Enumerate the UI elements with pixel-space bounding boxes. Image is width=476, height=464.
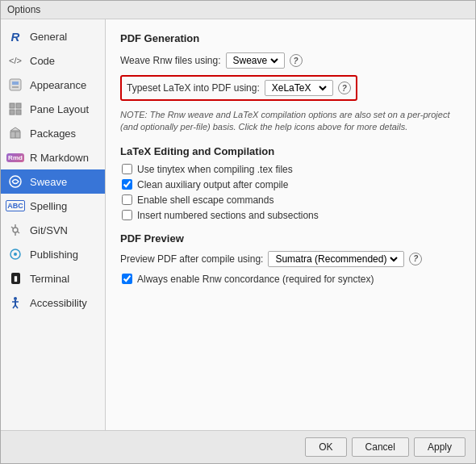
- sidebar: R General </> Code Appearance: [1, 19, 106, 430]
- git-icon: [7, 222, 23, 238]
- weave-select[interactable]: Sweave knitr: [230, 54, 281, 67]
- typeset-help-icon[interactable]: ?: [338, 82, 351, 94]
- clean-aux-row: Clean auxiliary output after compile: [120, 179, 461, 190]
- typeset-label: Typeset LaTeX into PDF using:: [127, 82, 260, 94]
- latex-editing-title: LaTeX Editing and Compilation: [120, 145, 461, 157]
- svg-line-22: [15, 305, 18, 308]
- pane-layout-icon: [7, 101, 23, 117]
- sidebar-item-spelling[interactable]: ABC Spelling: [1, 194, 105, 218]
- numbered-sections-row: Insert numbered sections and subsections: [120, 210, 461, 221]
- sidebar-label-terminal: Terminal: [30, 273, 69, 285]
- publishing-icon: [7, 246, 23, 262]
- svg-line-15: [17, 232, 19, 234]
- preview-label: Preview PDF after compile using:: [120, 253, 263, 265]
- numbered-sections-checkbox[interactable]: [122, 210, 132, 220]
- svg-rect-2: [12, 86, 19, 88]
- ok-button[interactable]: OK: [305, 437, 346, 457]
- tinytex-row: Use tinytex when compiling .tex files: [120, 164, 461, 175]
- appearance-icon: [7, 77, 23, 93]
- shell-escape-label[interactable]: Enable shell escape commands: [137, 194, 273, 206]
- preview-row: Preview PDF after compile using: Sumatra…: [120, 251, 461, 267]
- sidebar-item-git-svn[interactable]: Git/SVN: [1, 218, 105, 242]
- pdf-preview-title: PDF Preview: [120, 232, 461, 245]
- svg-rect-5: [10, 110, 15, 115]
- sidebar-label-general: General: [30, 31, 67, 43]
- preview-select[interactable]: Sumatra (Recommended) Skim evince okular…: [272, 253, 400, 265]
- sidebar-item-accessibility[interactable]: Accessibility: [1, 291, 105, 315]
- pdf-preview-section: PDF Preview Preview PDF after compile us…: [120, 232, 461, 285]
- pdf-note: NOTE: The Rnw weave and LaTeX compilatio…: [120, 109, 461, 134]
- svg-rect-6: [16, 110, 21, 115]
- concordance-row: Always enable Rnw concordance (required …: [120, 274, 461, 285]
- sidebar-label-pane-layout: Pane Layout: [30, 103, 89, 115]
- typeset-highlight-box: Typeset LaTeX into PDF using: XeLaTeX pd…: [120, 75, 357, 101]
- main-content: PDF Generation Weave Rnw files using: Sw…: [106, 19, 475, 430]
- sidebar-item-sweave[interactable]: Sweave: [1, 169, 105, 194]
- sidebar-item-appearance[interactable]: Appearance: [1, 73, 105, 97]
- svg-marker-8: [10, 127, 20, 131]
- r-icon: R: [7, 28, 23, 44]
- terminal-icon: ▮: [7, 270, 23, 286]
- svg-line-14: [11, 227, 14, 229]
- svg-point-17: [14, 253, 17, 256]
- sidebar-label-spelling: Spelling: [30, 200, 67, 212]
- sidebar-label-publishing: Publishing: [30, 249, 78, 261]
- tinytex-checkbox[interactable]: [122, 164, 132, 174]
- sidebar-item-r-markdown[interactable]: Rmd R Markdown: [1, 145, 105, 169]
- weave-select-wrapper[interactable]: Sweave knitr: [226, 52, 285, 69]
- svg-point-18: [14, 297, 17, 300]
- code-icon: </>: [7, 52, 23, 69]
- sidebar-label-r-markdown: R Markdown: [30, 152, 89, 164]
- apply-button[interactable]: Apply: [414, 437, 466, 457]
- sidebar-label-accessibility: Accessibility: [30, 297, 87, 309]
- options-window: Options R General </> Code Appearanc: [0, 0, 476, 464]
- numbered-sections-label[interactable]: Insert numbered sections and subsections: [137, 210, 319, 221]
- svg-rect-4: [16, 103, 21, 108]
- content-area: R General </> Code Appearance: [1, 19, 475, 430]
- sidebar-item-packages[interactable]: Packages: [1, 121, 105, 145]
- sidebar-label-appearance: Appearance: [30, 79, 86, 91]
- sidebar-item-general[interactable]: R General: [1, 24, 105, 48]
- window-title: Options: [7, 4, 40, 15]
- sidebar-item-publishing[interactable]: Publishing: [1, 242, 105, 266]
- clean-aux-checkbox[interactable]: [122, 179, 132, 190]
- concordance-checkbox[interactable]: [122, 274, 132, 284]
- svg-rect-1: [12, 82, 19, 85]
- concordance-label[interactable]: Always enable Rnw concordance (required …: [137, 274, 374, 285]
- sidebar-item-code[interactable]: </> Code: [1, 48, 105, 73]
- sidebar-label-code: Code: [30, 55, 55, 67]
- accessibility-icon: [7, 295, 23, 311]
- sidebar-label-git-svn: Git/SVN: [30, 224, 68, 236]
- rmarkdown-icon: Rmd: [7, 149, 23, 165]
- weave-help-icon[interactable]: ?: [290, 54, 303, 67]
- sidebar-label-packages: Packages: [30, 127, 76, 140]
- clean-aux-label[interactable]: Clean auxiliary output after compile: [137, 179, 288, 190]
- sidebar-item-terminal[interactable]: ▮ Terminal: [1, 266, 105, 291]
- preview-help-icon[interactable]: ?: [409, 253, 422, 265]
- cancel-button[interactable]: Cancel: [352, 437, 409, 457]
- sidebar-item-pane-layout[interactable]: Pane Layout: [1, 97, 105, 121]
- spelling-icon: ABC: [7, 198, 23, 214]
- typeset-select-wrapper[interactable]: XeLaTeX pdfLaTeX LuaLaTeX: [265, 80, 333, 96]
- pdf-generation-title: PDF Generation: [120, 32, 461, 44]
- preview-select-wrapper[interactable]: Sumatra (Recommended) Skim evince okular…: [268, 251, 404, 267]
- packages-icon: [7, 125, 23, 141]
- tinytex-label[interactable]: Use tinytex when compiling .tex files: [137, 164, 293, 175]
- sweave-icon: [7, 173, 23, 190]
- titlebar: Options: [1, 1, 475, 19]
- shell-escape-checkbox[interactable]: [122, 194, 132, 205]
- typeset-select[interactable]: XeLaTeX pdfLaTeX LuaLaTeX: [269, 82, 329, 94]
- footer: OK Cancel Apply: [1, 430, 475, 463]
- sidebar-label-sweave: Sweave: [30, 176, 67, 188]
- weave-label: Weave Rnw files using:: [120, 55, 221, 66]
- shell-escape-row: Enable shell escape commands: [120, 194, 461, 206]
- weave-row: Weave Rnw files using: Sweave knitr ?: [120, 52, 461, 69]
- svg-rect-3: [10, 103, 15, 108]
